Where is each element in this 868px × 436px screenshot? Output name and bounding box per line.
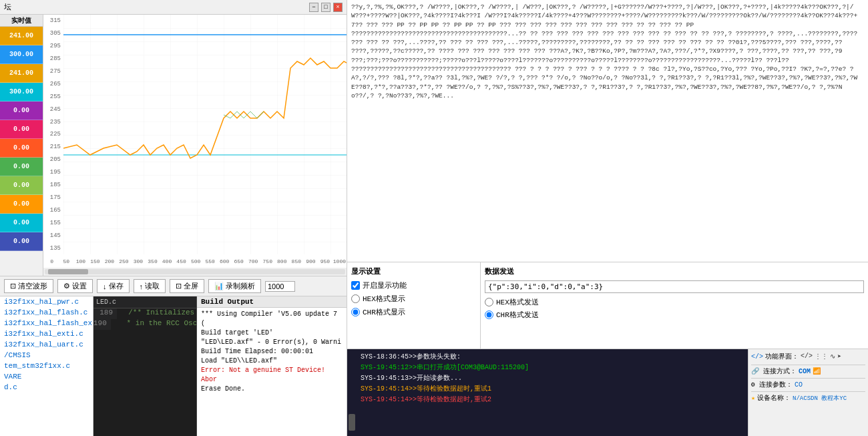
y-axis-label: 235 [45, 119, 62, 126]
x-axis-label: 650 [232, 258, 246, 264]
scroll-thumb[interactable] [48, 269, 88, 274]
build-output-line: "LED\LED.axf" - 0 Error(s), 0 Warni [201, 338, 343, 347]
file-list-item[interactable]: i32f1xx_hal_uart.c [0, 339, 93, 350]
close-button[interactable]: × [333, 3, 343, 12]
y-axis: 3153052952852752652552452352252152051951… [43, 15, 63, 254]
x-scrollbar[interactable] [43, 268, 347, 276]
file-list-item[interactable]: i32f1xx_hal_exti.c [0, 329, 93, 339]
x-axis-label: 400 [160, 258, 174, 264]
y-axis-label: 195 [45, 169, 62, 176]
clear-waveform-button[interactable]: ⊡ 清空波形 [4, 279, 53, 293]
conn-params-value: CO [795, 381, 803, 389]
x-axis-label: 50 [59, 258, 74, 264]
ui-icon: </> [751, 353, 763, 361]
build-output-line: Build Time Elapsed: 00:00:01 [201, 347, 343, 357]
value-item: 0.00 [0, 139, 43, 158]
y-axis-label: 175 [45, 194, 62, 201]
file-list-item[interactable]: i32f1xx_hal_flash_ex.c [0, 318, 93, 329]
bottom-section: i32f1xx_hal_pwr.ci32f1xx_hal_flash.ci32f… [0, 296, 347, 436]
star-icon: ★ [751, 394, 755, 402]
wave-icon: ∿ [830, 353, 835, 361]
log-panel: SYS-18:36:45>>参数块头失败:SYS-19:45:12>>串口打开成… [357, 349, 748, 436]
code-icon: </> [801, 353, 813, 361]
enable-display-checkbox[interactable] [351, 281, 360, 290]
y-axis-label: 285 [45, 55, 62, 62]
display-enable-option: 开启显示功能 [351, 280, 476, 290]
x-axis-label: 1000 [333, 258, 347, 264]
file-list-item[interactable]: tem_stm32f1xx.c [0, 361, 93, 371]
data-send-input[interactable] [485, 280, 864, 293]
chr-display-radio[interactable] [351, 308, 360, 316]
value-item: 0.00 [0, 176, 43, 195]
conn-type-label: 🔗 连接方式： [751, 367, 797, 376]
enable-display-label: 开启显示功能 [363, 280, 407, 290]
build-output-panel: Build Output *** Using Compiler 'V5.06 u… [197, 296, 347, 436]
chart-section: 实时值 241.00300.00241.00300.000.000.000.00… [0, 15, 347, 276]
settings-button[interactable]: ⚙ 设置 [57, 279, 93, 293]
file-list-item[interactable]: d.c [0, 382, 93, 393]
value-panel: 实时值 241.00300.00241.00300.000.000.000.00… [0, 15, 43, 276]
window-controls: − □ × [309, 3, 343, 12]
x-axis-label: 450 [174, 258, 189, 264]
minimize-button[interactable]: − [309, 3, 318, 12]
chr-send-radio[interactable] [485, 310, 493, 319]
value-panel-header: 实时值 [0, 15, 43, 27]
file-list-item[interactable]: i32f1xx_hal_pwr.c [0, 296, 93, 307]
settings-row: 显示设置 开启显示功能 HEX格式显示 CHR格式显示 数据发送 [347, 262, 868, 349]
log-scrollbar[interactable] [347, 349, 357, 436]
svg-rect-0 [63, 15, 347, 254]
y-axis-label: 145 [45, 232, 62, 239]
x-axis-label: 200 [102, 258, 117, 264]
value-items-list: 241.00300.00241.00300.000.000.000.000.00… [0, 27, 43, 276]
file-list: i32f1xx_hal_pwr.ci32f1xx_hal_flash.ci32f… [0, 296, 93, 436]
hex-send-radio[interactable] [485, 298, 493, 306]
value-item: 0.00 [0, 101, 43, 120]
line-number: 190 [93, 319, 111, 330]
x-axis-label: 800 [275, 258, 290, 264]
chart-inner: 3153052952852752652552452352252152051951… [43, 15, 347, 254]
x-axis-label: 300 [131, 258, 146, 264]
settings-icon: ⚙ [63, 282, 70, 290]
y-axis-label: 215 [45, 144, 62, 150]
y-axis-label: 265 [45, 81, 62, 87]
data-send-panel: 数据发送 HEX格式发送 CHR格式发送 [481, 262, 868, 349]
y-axis-label: 315 [45, 17, 62, 24]
chart-icon: ⋮⋮ [815, 353, 828, 361]
divider2 [751, 378, 865, 379]
ui-icons: </> ⋮⋮ ∿ ➤ [801, 353, 841, 361]
maximize-button[interactable]: □ [321, 3, 331, 12]
value-item: 300.00 [0, 83, 43, 101]
x-axis-label: 350 [146, 258, 160, 264]
record-button[interactable]: 📊 录制频析 [208, 279, 261, 293]
y-axis-label: 225 [45, 131, 62, 138]
conn-type-value: COM [799, 368, 811, 375]
y-axis-label: 295 [45, 43, 62, 49]
record-icon: 📊 [214, 282, 224, 290]
file-list-item[interactable]: i32f1xx_hal_flash.c [0, 307, 93, 318]
wifi-icon: 📶 [813, 367, 821, 375]
chr-send-label: CHR格式发送 [496, 310, 539, 320]
value-item: 300.00 [0, 45, 43, 64]
save-button[interactable]: ↓ 保存 [97, 279, 130, 293]
load-button[interactable]: ↑ 读取 [134, 279, 166, 293]
line-content: /** Initializes [117, 308, 196, 319]
x-axis-label: 750 [260, 258, 275, 264]
value-item: 0.00 [0, 158, 43, 176]
y-axis-label: 245 [45, 106, 62, 113]
value-item: 241.00 [0, 27, 43, 45]
data-send-title: 数据发送 [485, 266, 864, 276]
fullscreen-button[interactable]: ⊡ 全屏 [170, 279, 204, 293]
speed-input[interactable] [265, 281, 295, 292]
code-line-190: 190 * in the RCC Osc [93, 319, 196, 330]
file-list-item[interactable]: /CMSIS [0, 350, 93, 361]
hex-display-radio[interactable] [351, 294, 360, 303]
x-axis-label: 0 [45, 258, 59, 264]
conn-item-params: ⚙ 连接参数： CO [751, 380, 865, 389]
hex-send-option: HEX格式发送 [485, 297, 864, 307]
file-list-item[interactable]: VARE [0, 371, 93, 382]
display-settings-title: 显示设置 [351, 266, 476, 276]
text-scroll-area[interactable]: ??y,?,?%,?%,OK???,? /W????,|OK???,? /W??… [347, 0, 868, 262]
chr-send-option: CHR格式发送 [485, 310, 864, 320]
x-axis-label: 100 [73, 258, 88, 264]
value-item: 0.00 [0, 120, 43, 139]
